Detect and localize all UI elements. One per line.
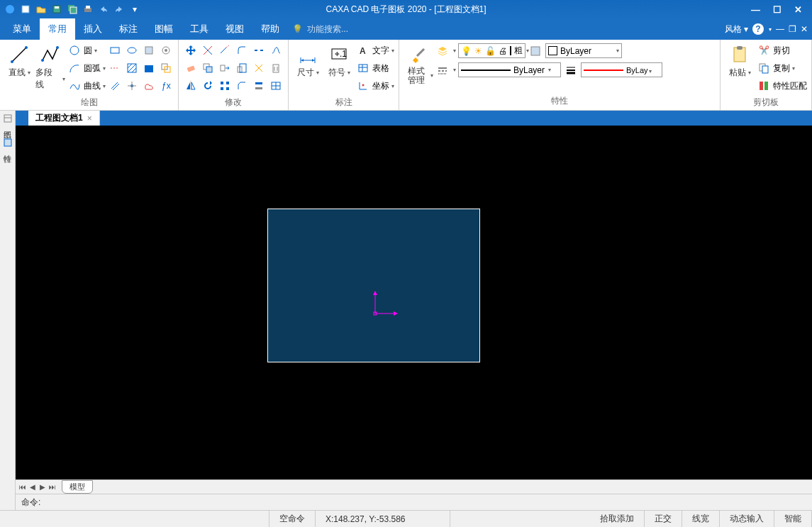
align-icon[interactable] [251, 78, 267, 94]
edit-table-icon[interactable] [268, 78, 284, 94]
paste-button[interactable]: 粘贴▾ [725, 43, 755, 79]
point-icon[interactable] [124, 78, 140, 94]
purge-icon[interactable] [268, 60, 284, 76]
curve-button[interactable]: 曲线▾ [67, 78, 106, 94]
hatch-icon[interactable] [124, 60, 140, 76]
linetype-icon[interactable] [435, 62, 450, 78]
tab-annotate[interactable]: 标注 [111, 18, 146, 40]
help-icon[interactable]: ? [752, 23, 764, 35]
layer-dropdown[interactable]: ▾ [453, 48, 456, 54]
redo-icon[interactable] [112, 2, 126, 16]
close-button[interactable]: ✕ [794, 4, 802, 15]
table-button[interactable]: 表格 [355, 60, 394, 76]
layer-state-combo[interactable]: 💡 ☀ 🔓 🖨 粗▾ [458, 43, 525, 58]
arc-button[interactable]: 圆弧▾ [67, 60, 106, 76]
tab-tools[interactable]: 工具 [182, 18, 217, 40]
tab-help[interactable]: 帮助 [252, 18, 288, 40]
color-combo[interactable]: ByLayer ▾ [545, 43, 622, 58]
help-dropdown[interactable]: ▾ [769, 26, 772, 33]
formula-icon[interactable]: ƒx [158, 78, 174, 94]
break-icon[interactable] [251, 43, 267, 58]
saveall-icon[interactable] [65, 2, 79, 16]
next-sheet-icon[interactable]: ▶ [38, 483, 48, 491]
offset-draw-icon[interactable] [158, 60, 174, 76]
lineweight-icon[interactable] [563, 62, 579, 78]
minimize-button[interactable]: — [751, 4, 760, 15]
scale-icon[interactable] [234, 60, 250, 76]
rotate-icon[interactable] [200, 78, 216, 94]
symbol-button[interactable]: ⌖.1 符号▾ [324, 43, 354, 79]
open-icon[interactable] [34, 2, 48, 16]
array-icon[interactable] [217, 78, 233, 94]
tab-sheet[interactable]: 图幅 [146, 18, 182, 40]
model-tab[interactable]: 模型 [62, 480, 93, 494]
status-lineweight[interactable]: 线宽 [682, 511, 720, 527]
copy-button[interactable]: 复制▾ [756, 60, 807, 76]
qat-dropdown-icon[interactable]: ▾ [128, 2, 142, 16]
layers-icon[interactable] [435, 43, 450, 59]
maximize-button[interactable]: ☐ [773, 4, 782, 15]
lineweight-combo[interactable]: ByLay▾ [581, 62, 662, 77]
style-label[interactable]: 风格 ▾ [725, 23, 748, 35]
layer-props-icon[interactable] [528, 43, 543, 59]
explode-icon[interactable] [251, 60, 267, 76]
block-icon[interactable] [141, 43, 157, 58]
line-button[interactable]: 直线▾ [4, 43, 34, 79]
tab-view[interactable]: 视图 [217, 18, 252, 40]
print-icon[interactable] [81, 2, 95, 16]
move-icon[interactable] [183, 43, 199, 58]
command-line[interactable]: 命令: [16, 494, 812, 510]
match-prop-button[interactable]: 特性匹配 [756, 78, 807, 94]
document-tab[interactable]: 工程图文档1 × [28, 111, 100, 126]
trim-icon[interactable] [200, 43, 216, 58]
centerline-icon[interactable] [107, 60, 123, 76]
circle-button[interactable]: 圆▾ [67, 43, 106, 58]
linetype-combo[interactable]: ByLayer▾ [458, 62, 561, 77]
stretch-icon[interactable] [217, 60, 233, 76]
tab-common[interactable]: 常用 [40, 18, 75, 40]
prev-sheet-icon[interactable]: ◀ [28, 483, 38, 491]
tab-menu[interactable]: 菜单 [4, 18, 40, 40]
status-dyn[interactable]: 动态输入 [720, 511, 774, 527]
dim-button[interactable]: 尺寸▾ [293, 43, 323, 79]
extend-icon[interactable] [217, 43, 233, 58]
mirror-icon[interactable] [183, 78, 199, 94]
doc-restore-button[interactable]: ❐ [789, 24, 796, 34]
svg-rect-76 [737, 46, 743, 50]
text-button[interactable]: A文字▾ [355, 43, 394, 58]
palette-button[interactable]: 图纸 [1, 113, 14, 125]
drawing-canvas[interactable] [16, 126, 812, 479]
last-sheet-icon[interactable]: ⏭ [48, 483, 57, 491]
properties-button[interactable]: 特性 [1, 138, 14, 149]
chamfer-icon[interactable] [234, 78, 250, 94]
doc-minimize-button[interactable]: — [776, 24, 784, 34]
save-icon[interactable] [50, 2, 64, 16]
status-smart[interactable]: 智能 [774, 511, 812, 527]
coord-button[interactable]: 坐标▾ [355, 78, 394, 94]
fill-icon[interactable] [141, 60, 157, 76]
undo-icon[interactable] [96, 2, 111, 16]
tab-insert[interactable]: 插入 [75, 18, 111, 40]
linetype-dd[interactable]: ▾ [453, 67, 456, 73]
copy-mod-icon[interactable] [200, 60, 216, 76]
parallel-icon[interactable] [107, 78, 123, 94]
gear-draw-icon[interactable] [158, 43, 174, 58]
polyline-button[interactable]: 多段线▾ [35, 43, 65, 91]
status-pickadd[interactable]: 拾取添加 [590, 511, 645, 527]
search-prompt[interactable]: 功能搜索... [307, 23, 348, 35]
app-icon[interactable] [3, 2, 17, 16]
first-sheet-icon[interactable]: ⏮ [18, 483, 28, 491]
fillet-icon[interactable] [234, 43, 250, 58]
cut-button[interactable]: ✂️剪切 [756, 43, 807, 58]
style-manager-button[interactable]: 样式管理▾ [404, 43, 433, 85]
status-ortho[interactable]: 正交 [645, 511, 682, 527]
cloud-icon[interactable] [141, 78, 157, 94]
join-icon[interactable] [268, 43, 284, 58]
rectangle-icon[interactable] [107, 43, 123, 58]
ellipse-icon[interactable] [124, 43, 140, 58]
close-tab-icon[interactable]: × [87, 113, 92, 123]
erase-icon[interactable] [183, 60, 199, 76]
scissors-icon: ✂️ [756, 43, 772, 58]
doc-close-button[interactable]: ✕ [801, 24, 808, 34]
new-icon[interactable] [18, 2, 33, 16]
